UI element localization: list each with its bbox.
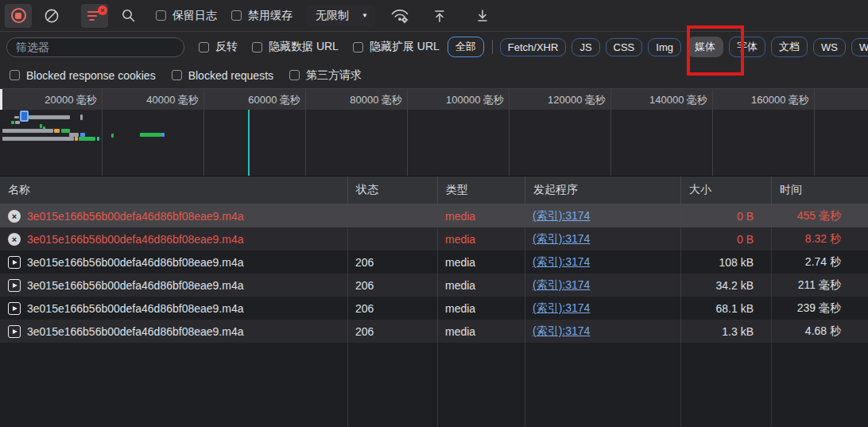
filter-pill-文档[interactable]: 文档 [771,37,808,57]
cell-size: 1.3 kB [680,320,771,343]
filter-pill-CSS[interactable]: CSS [606,38,643,56]
table-row[interactable]: 3e015e166b56b00defa46d86bf08eae9.m4a206m… [0,250,868,274]
blocked-response-cookies-checkbox[interactable]: Blocked response cookies [10,69,156,82]
resource-type-filters: 全部Fetch/XHRJSCSSImg媒体字体文档WSW [448,37,868,57]
initiator-link[interactable]: (索引):3174 [533,232,590,246]
table-row[interactable]: ×3e015e166b56b00defa46d86bf08eae9.m4amed… [0,204,868,227]
cell-type: media [437,204,525,227]
cell-name: 3e015e166b56b00defa46d86bf08eae9.m4a [0,297,347,320]
request-name: 3e015e166b56b00defa46d86bf08eae9.m4a [27,233,244,246]
filter-pill-Fetch/XHR[interactable]: Fetch/XHR [500,38,567,56]
cell-size: 68.1 kB [680,297,771,320]
cell-type: media [437,250,525,274]
request-name: 3e015e166b56b00defa46d86bf08eae9.m4a [27,302,244,315]
filter-pill-JS[interactable]: JS [572,38,599,56]
table-row[interactable]: ×3e015e166b56b00defa46d86bf08eae9.m4amed… [0,227,868,250]
pill-separator [492,40,493,54]
table-row[interactable]: 3e015e166b56b00defa46d86bf08eae9.m4a206m… [0,297,868,320]
initiator-link[interactable]: (索引):3174 [533,255,590,270]
waterfall-bar [97,137,99,141]
import-har-button[interactable] [426,4,453,28]
waterfall-bar [2,137,74,141]
third-party-requests-checkbox[interactable]: 第三方请求 [289,68,362,83]
network-conditions-icon [390,7,409,24]
waterfall-bar [140,133,161,137]
table-row[interactable]: 3e015e166b56b00defa46d86bf08eae9.m4a206m… [0,274,868,297]
request-name: 3e015e166b56b00defa46d86bf08eae9.m4a [27,210,244,223]
timeline-gridline [610,89,611,176]
initiator-link[interactable]: (索引):3174 [533,209,590,223]
record-button[interactable] [5,4,32,28]
filter-pill-Img[interactable]: Img [648,38,681,56]
invert-checkbox[interactable]: 反转 [199,40,238,54]
cell-time-value: 4.68 秒 [805,324,841,339]
throttling-select[interactable]: 无限制 ▼ [307,6,375,26]
request-table-body: ×3e015e166b56b00defa46d86bf08eae9.m4amed… [0,204,868,427]
table-row[interactable]: 3e015e166b56b00defa46d86bf08eae9.m4a206m… [0,320,868,343]
waterfall-bar [75,137,78,141]
cell-initiator: (索引):3174 [525,204,680,227]
cell-time: 455 毫秒 [771,204,868,227]
third-party-requests-label: 第三方请求 [306,68,362,83]
cell-status: 206 [347,297,437,320]
timeline-tick-label: 100000 毫秒 [409,93,504,107]
export-har-button[interactable] [469,4,496,28]
search-button[interactable] [114,4,141,28]
filter-input[interactable] [6,37,184,57]
filter-bar: 反转 隐藏数据 URL 隐藏扩展 URL 全部Fetch/XHRJSCSSImg… [0,32,868,62]
filter-pill-全部[interactable]: 全部 [448,37,484,57]
play-triangle [13,306,17,311]
cell-size-value: 108 kB [719,256,754,269]
checkbox [252,42,262,52]
cell-size: 0 B [680,204,771,227]
hide-data-urls-checkbox[interactable]: 隐藏数据 URL [252,40,339,54]
waterfall-bar [54,129,60,133]
checkbox [353,42,363,52]
request-name: 3e015e166b56b00defa46d86bf08eae9.m4a [27,325,244,338]
initiator-link[interactable]: (索引):3174 [533,301,590,316]
timeline-gridline [102,89,103,176]
hide-extension-urls-label: 隐藏扩展 URL [370,40,440,54]
cell-time: 4.68 秒 [771,320,868,343]
cell-initiator: (索引):3174 [525,227,680,250]
preserve-log-checkbox[interactable]: 保留日志 [156,9,217,23]
cell-time-value: 8.32 秒 [805,232,841,246]
column-header-name[interactable]: 名称 [0,177,347,204]
cell-time-value: 239 毫秒 [797,301,841,316]
cell-time: 8.32 秒 [771,227,868,250]
waterfall-bar [111,134,114,138]
column-header-type[interactable]: 类型 [437,177,525,204]
cell-size-value: 1.3 kB [722,325,754,338]
stop-recording-icon [11,8,26,23]
network-overview-timeline[interactable]: 20000 毫秒40000 毫秒60000 毫秒80000 毫秒100000 毫… [0,88,868,177]
filter-pill-W[interactable]: W [851,38,868,56]
blocked-requests-checkbox[interactable]: Blocked requests [172,69,273,82]
cell-type-value: media [445,233,475,246]
error-icon: × [8,210,21,223]
cell-type-value: media [445,325,475,338]
filter-toggle-button[interactable]: × [81,4,108,28]
initiator-link[interactable]: (索引):3174 [533,278,590,293]
initiator-link[interactable]: (索引):3174 [533,324,590,339]
filter-pill-媒体[interactable]: 媒体 [687,37,723,57]
column-header-label: 名称 [8,183,30,197]
filter-pill-字体[interactable]: 字体 [729,37,765,57]
column-header-time[interactable]: 时间 [771,177,868,204]
blocked-requests-label: Blocked requests [188,69,273,82]
column-header-status[interactable]: 状态 [347,177,437,204]
checkbox [156,10,166,21]
cell-status-value: 206 [355,256,374,269]
hide-extension-urls-checkbox[interactable]: 隐藏扩展 URL [353,40,440,54]
network-conditions-button[interactable] [386,4,413,28]
cell-size-value: 68.1 kB [716,302,754,315]
disable-cache-checkbox[interactable]: 禁用缓存 [231,9,293,23]
column-header-label: 发起程序 [533,183,578,197]
filter-badge-icon: × [98,6,107,15]
cell-type: media [437,227,525,250]
filter-pill-WS[interactable]: WS [813,38,846,56]
column-header-initiator[interactable]: 发起程序 [525,177,680,204]
column-header-size[interactable]: 大小 [680,177,771,204]
cell-size: 0 B [680,227,771,250]
error-icon: × [8,233,21,246]
clear-button[interactable] [38,4,65,28]
